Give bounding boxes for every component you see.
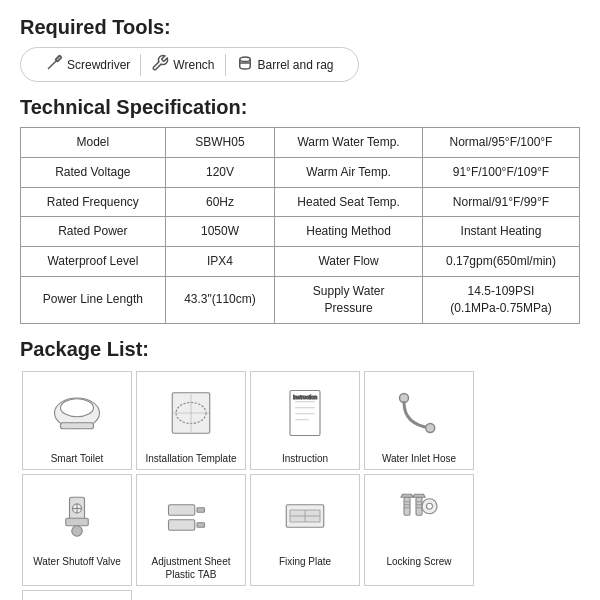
remote-control-icon: [37, 597, 117, 600]
svg-marker-34: [401, 494, 413, 497]
svg-point-18: [426, 423, 435, 432]
pkg-item-instruction: Instruction Instruction: [250, 371, 360, 470]
spec-label-heating-method: Heating Method: [275, 217, 423, 247]
tool-wrench-label: Wrench: [173, 58, 214, 72]
package-list-section: Package List: Smart Toilet: [20, 338, 580, 600]
pkg-label-shutoff-valve: Water Shutoff Valve: [33, 555, 121, 568]
pkg-label-locking-screw: Locking Screw: [386, 555, 451, 568]
spec-label-warm-air-temp: Warm Air Temp.: [275, 157, 423, 187]
pkg-label-adjustment-sheet: Adjustment Sheet Plastic TAB: [152, 555, 231, 581]
install-template-icon: [151, 378, 231, 448]
svg-rect-26: [169, 519, 195, 530]
instruction-icon: Instruction: [265, 378, 345, 448]
pkg-item-adjustment-sheet: Adjustment Sheet Plastic TAB: [136, 474, 246, 586]
svg-rect-1: [55, 55, 61, 61]
spec-value-seat-temp: Normal/91°F/99°F: [422, 187, 579, 217]
spec-row-frequency: Rated Frequency 60Hz Heated Seat Temp. N…: [21, 187, 580, 217]
tool-screwdriver: Screwdriver: [35, 52, 140, 77]
tool-barrel-label: Barrel and rag: [258, 58, 334, 72]
svg-rect-28: [197, 522, 205, 527]
package-grid: Smart Toilet Installation Template: [20, 369, 580, 600]
spec-label-power-line: Power Line Length: [21, 276, 166, 323]
tool-screwdriver-label: Screwdriver: [67, 58, 130, 72]
svg-rect-33: [404, 497, 410, 515]
spec-value-power-line: 43.3"(110cm): [165, 276, 275, 323]
tech-spec-title: Technical Specification:: [20, 96, 580, 119]
adjustment-sheet-icon: [151, 481, 231, 551]
package-list-title: Package List:: [20, 338, 580, 361]
pkg-label-install-template: Installation Template: [146, 452, 237, 465]
svg-rect-38: [416, 497, 422, 515]
spec-table: Model SBWH05 Warm Water Temp. Normal/95°…: [20, 127, 580, 324]
pkg-label-instruction: Instruction: [282, 452, 328, 465]
spec-value-voltage: 120V: [165, 157, 275, 187]
locking-screw-icon: [379, 481, 459, 551]
barrel-icon: [236, 54, 254, 75]
spec-row-power-line: Power Line Length 43.3"(110cm) Supply Wa…: [21, 276, 580, 323]
spec-value-water-pressure: 14.5-109PSI(0.1MPa-0.75MPa): [422, 276, 579, 323]
required-tools-section: Required Tools: Screwdriver Wrench: [20, 16, 580, 82]
spec-row-model: Model SBWH05 Warm Water Temp. Normal/95°…: [21, 128, 580, 158]
tech-spec-section: Technical Specification: Model SBWH05 Wa…: [20, 96, 580, 324]
wrench-icon: [151, 54, 169, 75]
spec-value-heating-method: Instant Heating: [422, 217, 579, 247]
spec-row-power: Rated Power 1050W Heating Method Instant…: [21, 217, 580, 247]
pkg-item-remote-control: Remote Control Remote Control Bracket: [22, 590, 132, 600]
fixing-plate-icon: [265, 481, 345, 551]
svg-marker-39: [413, 494, 425, 497]
water-hose-icon: [379, 378, 459, 448]
pkg-item-fixing-plate: Fixing Plate: [250, 474, 360, 586]
spec-label-frequency: Rated Frequency: [21, 187, 166, 217]
pkg-item-install-template: Installation Template: [136, 371, 246, 470]
svg-rect-27: [197, 507, 205, 512]
pkg-item-shutoff-valve: Water Shutoff Valve: [22, 474, 132, 586]
spec-label-seat-temp: Heated Seat Temp.: [275, 187, 423, 217]
svg-point-2: [239, 57, 250, 62]
spec-value-waterproof: IPX4: [165, 247, 275, 277]
svg-text:Instruction: Instruction: [293, 393, 317, 399]
spec-value-frequency: 60Hz: [165, 187, 275, 217]
spec-label-power: Rated Power: [21, 217, 166, 247]
shutoff-valve-icon: [37, 481, 117, 551]
pkg-label-smart-toilet: Smart Toilet: [51, 452, 104, 465]
spec-value-warm-air-temp: 91°F/100°F/109°F: [422, 157, 579, 187]
pkg-item-water-hose: Water Inlet Hose: [364, 371, 474, 470]
pkg-item-locking-screw: Locking Screw: [364, 474, 474, 586]
tool-wrench: Wrench: [141, 52, 224, 77]
spec-label-waterproof: Waterproof Level: [21, 247, 166, 277]
pkg-label-water-hose: Water Inlet Hose: [382, 452, 456, 465]
spec-value-power: 1050W: [165, 217, 275, 247]
screwdriver-icon: [45, 54, 63, 75]
spec-row-voltage: Rated Voltage 120V Warm Air Temp. 91°F/1…: [21, 157, 580, 187]
smart-toilet-icon: [37, 378, 117, 448]
pkg-item-smart-toilet: Smart Toilet: [22, 371, 132, 470]
pkg-label-fixing-plate: Fixing Plate: [279, 555, 331, 568]
spec-label-water-pressure: Supply WaterPressure: [275, 276, 423, 323]
spec-label-warm-water-temp: Warm Water Temp.: [275, 128, 423, 158]
spec-value-model: SBWH05: [165, 128, 275, 158]
spec-label-model: Model: [21, 128, 166, 158]
svg-rect-20: [66, 518, 89, 526]
svg-rect-25: [169, 504, 195, 515]
spec-value-water-flow: 0.17gpm(650ml/min): [422, 247, 579, 277]
spec-row-waterproof: Waterproof Level IPX4 Water Flow 0.17gpm…: [21, 247, 580, 277]
svg-rect-24: [72, 525, 83, 536]
svg-line-0: [48, 60, 57, 69]
required-tools-title: Required Tools:: [20, 16, 580, 39]
spec-label-water-flow: Water Flow: [275, 247, 423, 277]
svg-point-5: [61, 398, 94, 416]
svg-point-44: [427, 503, 433, 509]
spec-value-warm-water-temp: Normal/95°F/100°F: [422, 128, 579, 158]
spec-label-voltage: Rated Voltage: [21, 157, 166, 187]
tool-barrel: Barrel and rag: [226, 52, 344, 77]
tools-row: Screwdriver Wrench Barrel and rag: [20, 47, 359, 82]
svg-rect-6: [61, 422, 94, 428]
